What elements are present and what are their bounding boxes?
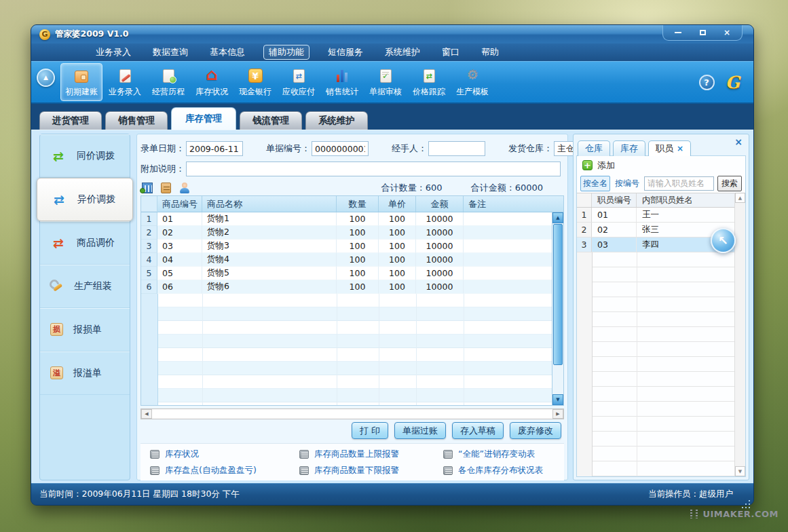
module-tab[interactable]: 系统维护 xyxy=(305,111,368,130)
collapse-toolbar-button[interactable]: ▲ xyxy=(37,69,55,87)
toolbar-right: ? G xyxy=(699,73,740,92)
items-table: 商品编号 商品名称 数量 单价 金额 备注 1 01 货物1 100 xyxy=(140,195,564,406)
search-button[interactable]: 搜索 xyxy=(717,176,742,191)
toolbar-button[interactable]: ⚙ 生产模板 xyxy=(451,63,493,101)
report-icon xyxy=(299,466,309,475)
menu-item[interactable]: 辅助功能 xyxy=(263,45,309,60)
menu-item[interactable]: 数据查询 xyxy=(149,45,191,60)
minimize-button[interactable] xyxy=(671,28,685,37)
chart-icon xyxy=(335,69,350,83)
module-tab[interactable]: 销售管理 xyxy=(105,111,168,130)
panel-close-icon[interactable]: × xyxy=(734,136,743,147)
quick-link[interactable]: 库存盘点(自动盘盈盘亏) xyxy=(150,465,299,476)
item-row[interactable]: 1 01 货物1 100 100 10000 xyxy=(141,212,552,226)
note-input[interactable] xyxy=(186,162,561,176)
menu-item[interactable]: 短信服务 xyxy=(324,45,367,60)
action-button[interactable]: 废弃修改 xyxy=(510,422,561,439)
action-button[interactable]: 存入草稿 xyxy=(452,422,504,439)
date-input[interactable] xyxy=(186,141,243,156)
menu-item[interactable]: 窗口 xyxy=(438,45,463,60)
filter-by-name-toggle[interactable]: 按全名 xyxy=(580,176,610,191)
wallet-icon xyxy=(75,71,88,83)
scroll-down-icon[interactable]: ▼ xyxy=(552,394,563,405)
quick-link[interactable]: “全能”进销存变动表 xyxy=(443,449,564,460)
item-row[interactable]: 6 06 货物6 100 100 10000 xyxy=(141,280,552,294)
report-icon xyxy=(150,450,160,459)
sidebar-item[interactable]: ⇄ 异价调拨 xyxy=(37,178,133,221)
maximize-button[interactable] xyxy=(696,28,709,37)
sidebar-item[interactable]: ⇄ 同价调拨 xyxy=(40,134,130,178)
staff-scrollbar[interactable]: ▲ ▼ xyxy=(734,193,745,476)
toolbar-button[interactable]: ⌂ 库存状况 xyxy=(191,63,233,101)
vertical-scrollbar[interactable]: ▲ ▼ xyxy=(552,212,563,405)
scroll-up-icon[interactable]: ▲ xyxy=(735,193,745,203)
scroll-down-icon[interactable]: ▼ xyxy=(735,466,745,476)
toolbar-button[interactable]: 业务录入 xyxy=(104,63,146,101)
item-row[interactable]: 5 05 货物5 100 100 10000 xyxy=(141,267,552,280)
toolbar-button[interactable]: ⇄ 应收应付 xyxy=(278,63,320,101)
scroll-up-icon[interactable]: ▲ xyxy=(552,212,563,223)
menu-item[interactable]: 系统维护 xyxy=(381,45,424,60)
staff-row[interactable]: 1 01 王一 xyxy=(577,208,734,223)
resize-grip-icon[interactable] xyxy=(749,500,750,501)
close-button[interactable]: × xyxy=(720,28,734,37)
filter-by-code-toggle[interactable]: 按编号 xyxy=(614,176,641,191)
quick-link[interactable]: 库存商品数量上限报警 xyxy=(299,449,443,460)
handler-input[interactable] xyxy=(428,141,485,156)
warehouse-icon[interactable] xyxy=(142,183,153,193)
sidebar-item[interactable]: ⇄ 商品调价 xyxy=(40,221,130,265)
add-button[interactable]: + 添加 xyxy=(577,156,745,174)
handler-label: 经手人： xyxy=(392,142,427,155)
quick-link[interactable]: 各仓库库存分布状况表 xyxy=(443,465,564,476)
toolbar-button[interactable]: ✓ 单据审核 xyxy=(364,63,407,101)
note-label: 附加说明： xyxy=(140,163,185,175)
toolbar-button[interactable]: ⇄ 价格跟踪 xyxy=(408,63,450,101)
content-area: ⇄ 同价调拨 ⇄ 异价调拨 ⇄ 商品调价 生产组装 xyxy=(31,130,753,484)
sidebar-item[interactable]: 损 报损单 xyxy=(40,308,130,352)
cash-icon: ¥ xyxy=(248,69,263,83)
inventory-icon[interactable] xyxy=(161,183,171,193)
toolbar-button-label: 经营历程 xyxy=(152,86,185,98)
staff-icon[interactable] xyxy=(179,183,190,193)
toolbar-button[interactable]: ¥ 现金银行 xyxy=(234,63,276,101)
module-tab[interactable]: 钱流管理 xyxy=(240,111,302,130)
item-row[interactable]: 2 02 货物2 100 100 10000 xyxy=(141,226,552,240)
sidebar-item[interactable]: 生产组装 xyxy=(40,265,130,308)
quick-link[interactable]: 库存商品数量下限报警 xyxy=(299,465,443,476)
search-input[interactable] xyxy=(644,176,714,191)
lookup-tab[interactable]: 库存 xyxy=(613,140,645,156)
voucher-panel: 录单日期： 单据编号： 经手人： 发货仓库： 附加说明： xyxy=(136,134,568,480)
staff-row[interactable]: 2 02 张三 xyxy=(577,223,734,238)
column-header-note: 备注 xyxy=(464,196,552,212)
sidebar-item-label: 商品调价 xyxy=(77,237,115,249)
toolbar-button[interactable]: 初期建账 xyxy=(60,63,102,101)
toolbar-button[interactable]: 销售统计 xyxy=(321,63,363,101)
empty-rows xyxy=(577,252,734,476)
horizontal-scrollbar[interactable]: ◀ ▶ xyxy=(140,408,564,419)
tab-close-icon[interactable]: × xyxy=(677,144,683,153)
column-header-name: 商品名称 xyxy=(202,196,337,212)
action-button[interactable]: 打 印 xyxy=(352,422,388,439)
scroll-right-icon[interactable]: ▶ xyxy=(552,409,563,419)
voucher-no-input[interactable] xyxy=(312,141,369,156)
house-icon: ⌂ xyxy=(206,66,217,83)
item-row[interactable]: 4 04 货物4 100 100 10000 xyxy=(141,253,552,267)
help-icon[interactable]: ? xyxy=(699,75,715,90)
menu-item[interactable]: 业务录入 xyxy=(92,45,134,60)
action-button[interactable]: 单据过账 xyxy=(394,422,446,439)
voucher-no-label: 单据编号： xyxy=(266,142,310,155)
module-tab[interactable]: 库存管理 xyxy=(171,107,236,130)
toolbar-items: 初期建账 业务录入 经营历程 ⌂ 库存状况 ¥ xyxy=(60,63,493,101)
item-row[interactable]: 3 03 货物3 100 100 10000 xyxy=(141,240,552,253)
quick-link[interactable]: 库存状况 xyxy=(150,449,299,460)
scrollbar-thumb[interactable] xyxy=(553,224,563,365)
scroll-left-icon[interactable]: ◀ xyxy=(141,409,152,419)
search-row: 按全名 按编号 搜索 xyxy=(577,174,745,192)
toolbar-button[interactable]: 经营历程 xyxy=(147,63,189,101)
sidebar-item[interactable]: 溢 报溢单 xyxy=(40,352,130,395)
lookup-tab[interactable]: 职员 × xyxy=(648,140,691,156)
module-tab[interactable]: 进货管理 xyxy=(39,111,102,130)
menu-item[interactable]: 帮助 xyxy=(478,45,502,60)
lookup-tab[interactable]: 仓库 xyxy=(578,140,610,156)
menu-item[interactable]: 基本信息 xyxy=(206,45,248,60)
